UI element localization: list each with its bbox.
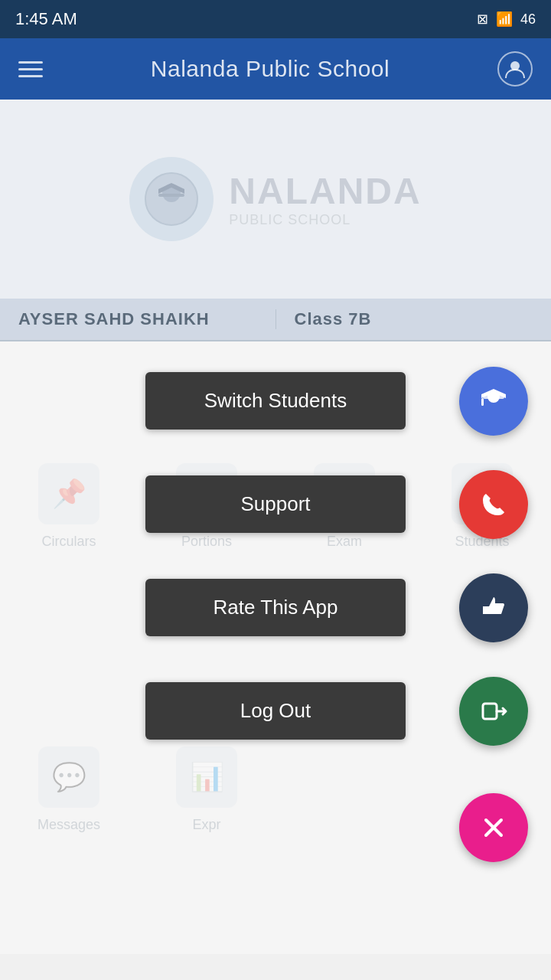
student-name: AYSER SAHD SHAIKH [0, 309, 276, 329]
nav-bar: Nalanda Public School [0, 38, 551, 100]
svg-rect-3 [158, 194, 184, 197]
rate-app-row: Rate This App [0, 579, 551, 636]
school-logo [129, 157, 214, 241]
school-name-text: NALANDA [229, 170, 421, 212]
support-fab-button[interactable] [459, 470, 528, 539]
logout-row: Log Out [0, 682, 551, 740]
close-row [0, 793, 551, 862]
battery-level: 46 [520, 11, 536, 28]
status-bar: 1:45 AM ⊠ 📶 46 [0, 0, 551, 38]
status-icons: ⊠ 📶 46 [477, 11, 536, 28]
time-display: 1:45 AM [15, 9, 77, 29]
log-out-button[interactable]: Log Out [145, 682, 406, 740]
support-button[interactable]: Support [145, 475, 406, 533]
app-title: Nalanda Public School [151, 56, 390, 82]
close-fab-button[interactable] [459, 793, 528, 862]
switch-students-button[interactable]: Switch Students [145, 372, 406, 430]
student-fab-button[interactable] [459, 367, 528, 436]
profile-button[interactable] [497, 51, 533, 87]
wifi-icon: 📶 [496, 11, 513, 28]
svg-rect-7 [483, 704, 497, 719]
class-info: Class 7B [276, 309, 552, 329]
support-row: Support [0, 475, 551, 533]
school-banner: NALANDA PUBLIC SCHOOL [0, 100, 551, 299]
logout-fab-button[interactable] [459, 677, 528, 746]
switch-students-row: Switch Students [0, 372, 551, 430]
battery-x-icon: ⊠ [477, 11, 488, 28]
student-info-bar: AYSER SAHD SHAIKH Class 7B [0, 299, 551, 341]
school-tagline: PUBLIC SCHOOL [229, 212, 421, 228]
main-content: 📌 Circulars 📋 Portions 📄 Exam 👥 Students… [0, 341, 551, 954]
menu-button[interactable] [18, 61, 43, 77]
school-logo-area: NALANDA PUBLIC SCHOOL [129, 157, 421, 241]
action-buttons-panel: Switch Students Support Rate This App [0, 341, 551, 862]
svg-rect-6 [481, 398, 484, 406]
rate-this-app-button[interactable]: Rate This App [145, 579, 406, 636]
rate-fab-button[interactable] [459, 573, 528, 642]
